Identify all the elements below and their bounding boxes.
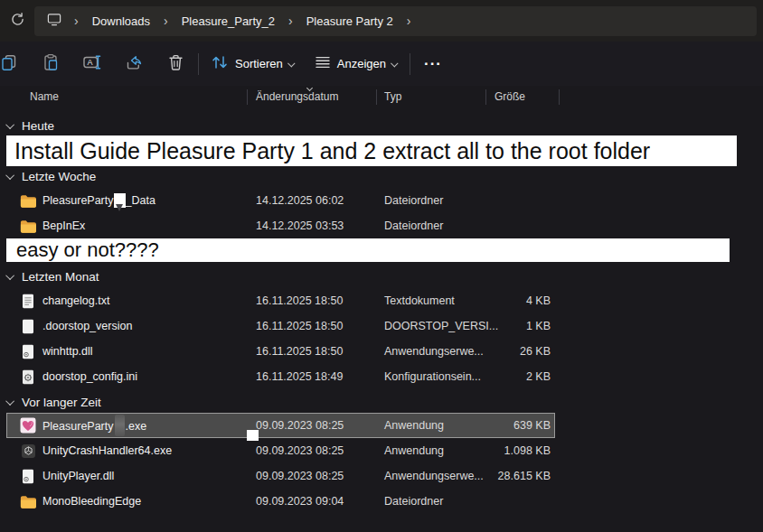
file-name: PleasureParty	[42, 420, 114, 433]
file-name-cell: MonoBleedingEdge	[6, 493, 256, 509]
file-row-doorstop-config[interactable]: doorstop_config.ini 16.11.2025 18:49 Kon…	[6, 364, 555, 389]
file-type: Dateiordner	[384, 194, 485, 207]
section-header-letzten-monat[interactable]: Letzten Monat	[0, 267, 763, 285]
chevron-right-icon: ›	[71, 14, 82, 28]
file-date: 09.09.2023 09:04	[256, 495, 384, 508]
file-type: Textdokument	[384, 294, 485, 307]
column-divider[interactable]	[485, 89, 486, 105]
chevron-down-icon	[5, 271, 14, 280]
annotation-banner-easy-or-not: easy or not????	[6, 238, 730, 262]
file-size: 639 KB	[485, 419, 555, 432]
share-button[interactable]	[113, 48, 155, 80]
file-name-cell: BepInEx	[6, 218, 256, 234]
column-divider[interactable]	[376, 89, 377, 105]
view-icon	[315, 55, 331, 72]
file-name: winhttp.dll	[42, 345, 93, 358]
column-header-size[interactable]: Größe	[495, 90, 525, 103]
share-icon	[125, 53, 143, 74]
file-row-bepinex[interactable]: BepInEx 14.12.2025 03:53 Dateiordner	[6, 213, 555, 238]
file-row-unitycrashhandler[interactable]: UnityCrashHandler64.exe 09.09.2023 08:25…	[6, 438, 555, 463]
file-type: Dateiordner	[384, 219, 485, 232]
svg-text:A: A	[88, 58, 93, 67]
column-divider[interactable]	[559, 89, 560, 105]
this-pc-icon	[47, 13, 61, 30]
chevron-right-icon: ›	[285, 14, 297, 28]
heart-app-icon	[20, 417, 36, 434]
file-size: 1 KB	[485, 320, 555, 332]
chevron-down-icon	[287, 60, 295, 67]
chevron-down-icon	[5, 397, 14, 406]
file-row-pleasureparty-exe-selected[interactable]: PleasureParty.exe 09.09.2023 08:25 Anwen…	[6, 413, 555, 438]
file-row-doorstop-version[interactable]: .doorstop_version 16.11.2025 18:50 DOORS…	[6, 313, 555, 339]
file-type: Konfigurationsein...	[384, 370, 485, 383]
breadcrumb-bar[interactable]: › Downloads › Pleasure_Party_2 › Pleasur…	[34, 6, 757, 36]
file-type: Anwendungserwe...	[384, 345, 485, 358]
toolbar-divider	[410, 53, 410, 75]
column-header-type[interactable]: Typ	[384, 90, 401, 103]
text-document-icon	[20, 293, 36, 309]
file-list: Heute Install Guide Pleasure Party 1 and…	[0, 108, 763, 514]
column-header-name[interactable]: Name	[30, 90, 59, 103]
command-toolbar: A Sortieren Anzeigen ···	[0, 42, 763, 86]
section-label: Vor langer Zeit	[22, 396, 101, 409]
file-name-cell: .doorstop_version	[6, 318, 256, 334]
folder-icon	[20, 493, 36, 509]
file-name-cell: changelog.txt	[6, 293, 256, 309]
file-row-pleasureparty-data[interactable]: PleasureParty_Data 14.12.2025 06:02 Date…	[6, 188, 555, 213]
breadcrumb-item-downloads[interactable]: Downloads	[84, 11, 158, 32]
file-date: 14.12.2025 03:53	[256, 219, 384, 232]
file-name-suffix: .exe	[126, 420, 147, 433]
sort-button[interactable]: Sortieren	[201, 48, 305, 80]
censor-block-artifact	[114, 193, 126, 208]
file-row-changelog[interactable]: changelog.txt 16.11.2025 18:50 Textdokum…	[6, 288, 555, 313]
file-name: PleasureParty	[42, 194, 114, 207]
file-date: 16.11.2025 18:50	[256, 320, 384, 332]
chevron-down-icon	[5, 171, 14, 180]
file-name: BepInEx	[42, 219, 85, 232]
censor-smudge-artifact	[115, 415, 125, 436]
more-button[interactable]: ···	[412, 48, 454, 80]
dll-file-icon	[20, 343, 36, 359]
file-type: DOORSTOP_VERSI...	[384, 320, 485, 332]
file-row-monobleedingedge[interactable]: MonoBleedingEdge 09.09.2023 09:04 Dateio…	[6, 489, 555, 514]
file-type: Anwendungserwe...	[384, 470, 485, 482]
view-button[interactable]: Anzeigen	[305, 48, 408, 80]
delete-button[interactable]	[155, 48, 196, 80]
file-name: UnityPlayer.dll	[42, 470, 114, 482]
file-size: 26 KB	[485, 345, 555, 358]
annotation-banner-install-guide: Install Guide Pleasure Party 1 and 2 ext…	[6, 135, 737, 166]
section-label: Heute	[22, 119, 54, 133]
file-name-cell: UnityPlayer.dll	[6, 468, 256, 484]
file-date: 09.09.2023 08:25	[256, 444, 384, 457]
column-divider[interactable]	[247, 89, 248, 105]
paste-button[interactable]	[30, 48, 71, 80]
file-name: .doorstop_version	[42, 320, 132, 332]
file-row-unityplayer[interactable]: UnityPlayer.dll 09.09.2023 08:25 Anwendu…	[6, 463, 555, 489]
delete-icon	[167, 53, 184, 74]
column-header-row: Name Änderungsdatum Typ Größe	[0, 86, 763, 108]
file-name: changelog.txt	[42, 294, 109, 307]
dll-file-icon	[20, 468, 36, 484]
breadcrumb-item-pleasure-party-2-zip[interactable]: Pleasure_Party_2	[174, 11, 283, 32]
copy-button[interactable]	[0, 48, 30, 80]
chevron-right-icon: ›	[160, 14, 172, 28]
view-button-label: Anzeigen	[337, 57, 386, 70]
file-name-cell: doorstop_config.ini	[6, 369, 256, 385]
file-name-suffix: _Data	[126, 194, 155, 207]
config-file-icon	[20, 369, 36, 385]
section-label: Letzten Monat	[22, 270, 99, 284]
section-header-vor-langer-zeit[interactable]: Vor langer Zeit	[0, 393, 763, 411]
rename-button[interactable]: A	[71, 48, 113, 80]
file-name-cell: PleasureParty_Data	[6, 192, 256, 209]
breadcrumb-this-pc[interactable]	[40, 9, 69, 33]
column-header-date[interactable]: Änderungsdatum	[256, 90, 338, 103]
refresh-button[interactable]	[0, 0, 34, 42]
breadcrumb-item-pleasure-party-2[interactable]: Pleasure Party 2	[298, 11, 401, 32]
section-header-heute[interactable]: Heute	[0, 117, 763, 135]
file-row-winhttp[interactable]: winhttp.dll 16.11.2025 18:50 Anwendungse…	[6, 339, 555, 364]
blank-file-icon	[20, 318, 36, 334]
more-icon: ···	[424, 55, 442, 73]
file-name-cell: PleasureParty.exe	[6, 415, 256, 436]
section-header-letzte-woche[interactable]: Letzte Woche	[0, 167, 763, 185]
annotation-text: easy or not????	[16, 238, 159, 262]
